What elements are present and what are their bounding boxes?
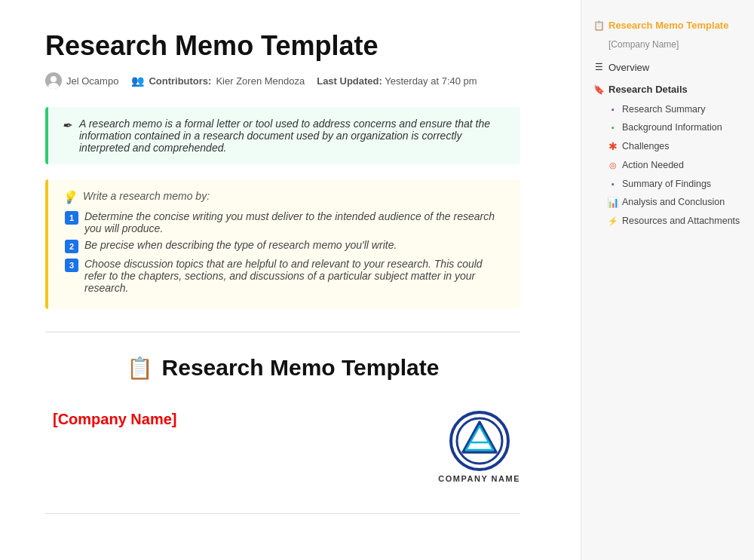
avatar [45, 72, 62, 89]
bulb-icon: 💡 [62, 190, 77, 204]
main-content: Research Memo Template Jel Ocampo 👥 Cont… [0, 0, 566, 560]
doc-title: Research Memo Template [162, 355, 440, 381]
step-3: 3 Choose discussion topics that are help… [65, 258, 507, 294]
callout-green: ✒ A research memo is a formal letter or … [45, 107, 520, 164]
sidebar-sub-summary-findings[interactable]: ▪ Summary of Findings [581, 175, 754, 194]
sidebar-sub-challenges[interactable]: ✱ Challenges [581, 137, 754, 156]
summary-findings-icon: ▪ [608, 179, 618, 188]
memo-icon: 📋 [593, 20, 604, 31]
sidebar-sub-resources[interactable]: ⚡ Resources and Attachments [581, 212, 754, 231]
company-name: [Company Name] [45, 411, 184, 428]
page-title: Research Memo Template [45, 30, 520, 62]
callout-yellow: 💡 Write a research memo by: 1 Determine … [45, 179, 520, 309]
sidebar-summary-findings-label: Summary of Findings [622, 177, 711, 191]
research-summary-icon: ▪ [608, 105, 618, 114]
logo-label: COMPANY NAME [438, 474, 520, 483]
sidebar-background-label: Background Information [622, 121, 722, 135]
sidebar-challenges-label: Challenges [622, 139, 670, 154]
logo-container: COMPANY NAME [438, 411, 520, 483]
sidebar-sub-research-summary[interactable]: ▪ Research Summary [581, 100, 754, 119]
author-info: Jel Ocampo [45, 72, 118, 89]
doc-body: [Company Name] COMPANY NAME [45, 403, 520, 491]
sidebar-company: [Company Name] [581, 36, 754, 53]
contributors-name: Kier Zoren Mendoza [216, 75, 305, 87]
sidebar-item-overview[interactable]: ☰ Overview [581, 57, 754, 78]
contributors-info: 👥 Contributors: Kier Zoren Mendoza [130, 74, 305, 87]
sidebar-overview-label: Overview [608, 60, 649, 75]
sidebar: 📋 Research Memo Template [Company Name] … [581, 0, 754, 560]
sidebar-analysis-label: Analysis and Conclusion [622, 195, 725, 210]
overview-icon: ☰ [593, 62, 604, 72]
step-badge-1: 1 [65, 211, 78, 225]
step-3-text: Choose discussion topics that are helpfu… [84, 258, 507, 294]
doc-emoji: 📋 [127, 356, 153, 381]
action-needed-icon: ◎ [608, 161, 618, 170]
callout-yellow-header-text: Write a research memo by: [83, 190, 210, 202]
sidebar-sub-background[interactable]: ▪ Background Information [581, 118, 754, 137]
sidebar-research-summary-label: Research Summary [622, 103, 705, 117]
svg-point-1 [51, 76, 57, 82]
sidebar-research-details-label: Research Details [608, 82, 688, 97]
last-updated: Last Updated: Yesterday at 7:40 pm [317, 75, 477, 87]
sidebar-resources-label: Resources and Attachments [622, 214, 740, 228]
last-updated-value: Yesterday at 7:40 pm [385, 75, 477, 87]
callout-steps: 1 Determine the concise writing you must… [65, 210, 507, 294]
doc-section: 📋 Research Memo Template [Company Name] … [45, 332, 520, 514]
sidebar-item-memo-template[interactable]: 📋 Research Memo Template [581, 15, 754, 36]
step-badge-2: 2 [65, 240, 78, 253]
sidebar-sub-analysis[interactable]: 📊 Analysis and Conclusion [581, 193, 754, 212]
author-name: Jel Ocampo [66, 75, 118, 87]
sidebar-action-needed-label: Action Needed [622, 158, 684, 173]
step-1-text: Determine the concise writing you must d… [84, 210, 507, 234]
resources-icon: ⚡ [608, 216, 618, 225]
analysis-icon: 📊 [608, 198, 618, 207]
sidebar-memo-label: Research Memo Template [608, 18, 728, 33]
step-1: 1 Determine the concise writing you must… [65, 210, 507, 234]
step-badge-3: 3 [65, 259, 78, 272]
sidebar-sub-action-needed[interactable]: ◎ Action Needed [581, 156, 754, 175]
research-details-icon: 🔖 [593, 84, 604, 95]
meta-row: Jel Ocampo 👥 Contributors: Kier Zoren Me… [45, 72, 520, 89]
contributors-label: Contributors: [149, 75, 211, 87]
challenges-icon: ✱ [608, 142, 618, 151]
last-updated-label: Last Updated: [317, 75, 382, 87]
contributors-icon: 👥 [130, 74, 144, 87]
pen-icon: ✒ [62, 118, 72, 133]
callout-yellow-header: 💡 Write a research memo by: [62, 190, 507, 204]
doc-title-row: 📋 Research Memo Template [45, 355, 520, 381]
sidebar-item-research-details[interactable]: 🔖 Research Details [581, 79, 754, 100]
step-2: 2 Be precise when describing the type of… [65, 239, 507, 253]
background-icon: ▪ [608, 124, 618, 133]
callout-green-text: A research memo is a formal letter or to… [79, 118, 507, 154]
company-logo [449, 411, 510, 471]
step-2-text: Be precise when describing the type of r… [84, 239, 397, 251]
